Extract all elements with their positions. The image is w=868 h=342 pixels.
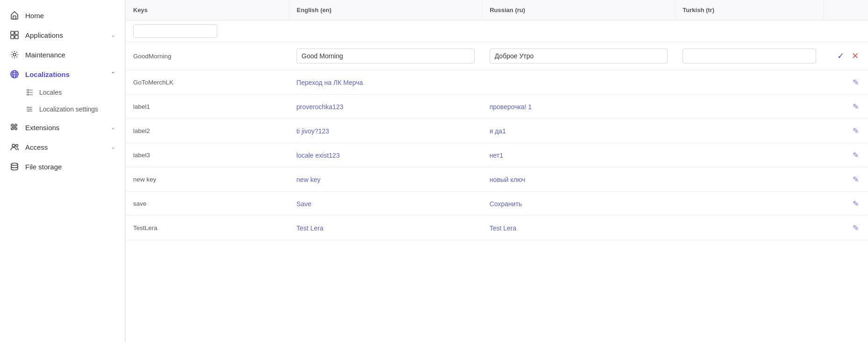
edit-key-cell: GoodMorning [126, 42, 289, 70]
row-en: proverochka123 [289, 95, 482, 119]
chevron-down-icon-ext: ⌄ [111, 124, 115, 131]
edit-ru-cell [482, 42, 675, 70]
edit-button[interactable]: ✎ [851, 198, 861, 209]
localizations-icon [9, 69, 20, 79]
row-key: GoToMerchLK [126, 70, 289, 95]
svg-point-13 [30, 109, 31, 110]
access-icon [9, 142, 20, 152]
extensions-icon [9, 122, 20, 133]
svg-rect-0 [13, 16, 16, 19]
row-action: ✎ [824, 95, 868, 119]
sidebar-item-applications-label: Applications [25, 31, 63, 39]
row-ru [482, 70, 675, 95]
row-ru: я да1 [482, 119, 675, 143]
row-key: save [126, 192, 289, 216]
row-tr [675, 143, 824, 168]
row-ru: проверочка! 1 [482, 95, 675, 119]
row-action: ✎ [824, 143, 868, 168]
sidebar-item-maintenance[interactable]: Maintenance [0, 45, 125, 64]
row-key: TestLera [126, 216, 289, 240]
row-action: ✎ [824, 216, 868, 240]
sidebar-sub-item-localization-settings-label: Localization settings [39, 105, 98, 113]
col-header-ru: Russian (ru) [482, 0, 675, 21]
row-key: new key [126, 168, 289, 192]
svg-rect-2 [11, 35, 14, 39]
sidebar-item-localizations[interactable]: Localizations ⌃ [0, 64, 125, 84]
sidebar-item-home-label: Home [25, 12, 44, 20]
edit-button[interactable]: ✎ [851, 77, 861, 88]
edit-ru-input[interactable] [490, 49, 668, 63]
row-en: locale exist123 [289, 143, 482, 168]
chevron-up-icon: ⌃ [111, 71, 115, 77]
sidebar-item-maintenance-label: Maintenance [25, 51, 65, 59]
table-row: label2 ti jivoy?123 я да1 ✎ [126, 119, 868, 143]
sidebar-item-access-label: Access [25, 143, 48, 151]
row-tr [675, 70, 824, 95]
row-en: ti jivoy?123 [289, 119, 482, 143]
row-ru: нет1 [482, 143, 675, 168]
svg-rect-1 [11, 31, 14, 35]
edit-en-cell [289, 42, 482, 70]
edit-button[interactable]: ✎ [851, 126, 861, 136]
chevron-down-icon-access: ⌄ [111, 144, 115, 150]
edit-row-goodmorning: GoodMorning ✓ ✕ [126, 42, 868, 70]
table-header-row: Keys English (en) Russian (ru) Turkish (… [126, 0, 868, 21]
sidebar-item-extensions[interactable]: Extensions ⌄ [0, 118, 125, 137]
main-content: Keys English (en) Russian (ru) Turkish (… [125, 0, 868, 342]
row-key: label2 [126, 119, 289, 143]
table-container: Keys English (en) Russian (ru) Turkish (… [125, 0, 868, 342]
localizations-table: Keys English (en) Russian (ru) Turkish (… [126, 0, 868, 240]
col-header-en: English (en) [289, 0, 482, 21]
edit-button[interactable]: ✎ [851, 174, 861, 185]
sidebar-item-file-storage-label: File storage [25, 163, 62, 171]
home-icon [9, 10, 20, 21]
edit-action-cell: ✓ ✕ [824, 42, 868, 70]
col-header-tr: Turkish (tr) [675, 0, 824, 21]
confirm-button[interactable]: ✓ [835, 50, 846, 62]
edit-actions: ✓ ✕ [831, 50, 861, 62]
table-row: label3 locale exist123 нет1 ✎ [126, 143, 868, 168]
cancel-button[interactable]: ✕ [850, 50, 861, 62]
sidebar-item-home[interactable]: Home [0, 6, 125, 25]
edit-button[interactable]: ✎ [851, 101, 861, 112]
sidebar-item-file-storage[interactable]: File storage [0, 157, 125, 176]
filter-keys-input[interactable] [133, 24, 217, 38]
svg-point-17 [11, 163, 18, 166]
row-en: new key [289, 168, 482, 192]
row-tr [675, 168, 824, 192]
svg-point-5 [13, 53, 16, 56]
row-tr [675, 216, 824, 240]
row-action: ✎ [824, 192, 868, 216]
table-row: TestLera Test Lera Test Lera ✎ [126, 216, 868, 240]
row-ru: Сохранить [482, 192, 675, 216]
col-header-keys: Keys [126, 0, 289, 21]
row-action: ✎ [824, 119, 868, 143]
applications-icon [9, 30, 20, 40]
sidebar-sub-item-localization-settings[interactable]: Localization settings [0, 101, 125, 118]
localization-settings-icon [25, 105, 34, 113]
locales-icon [25, 88, 34, 97]
row-tr [675, 95, 824, 119]
sidebar-item-access[interactable]: Access ⌄ [0, 137, 125, 157]
sidebar-sub-item-locales[interactable]: Locales [0, 84, 125, 101]
svg-point-12 [28, 107, 29, 108]
edit-tr-input[interactable] [683, 49, 816, 63]
row-ru: Test Lera [482, 216, 675, 240]
svg-point-16 [16, 145, 18, 147]
svg-rect-3 [15, 31, 18, 35]
edit-button[interactable]: ✎ [851, 223, 861, 233]
sidebar-item-extensions-label: Extensions [25, 124, 59, 132]
row-action: ✎ [824, 168, 868, 192]
filter-row [126, 21, 868, 42]
row-action: ✎ [824, 70, 868, 95]
row-en: Test Lera [289, 216, 482, 240]
row-tr [675, 192, 824, 216]
edit-button[interactable]: ✎ [851, 150, 861, 161]
col-header-action [824, 0, 868, 21]
edit-en-input[interactable] [297, 49, 475, 63]
svg-point-14 [28, 111, 29, 112]
row-ru: новый ключ [482, 168, 675, 192]
edit-tr-cell [675, 42, 824, 70]
sidebar-sub-item-locales-label: Locales [39, 89, 62, 96]
sidebar-item-applications[interactable]: Applications ⌄ [0, 25, 125, 45]
